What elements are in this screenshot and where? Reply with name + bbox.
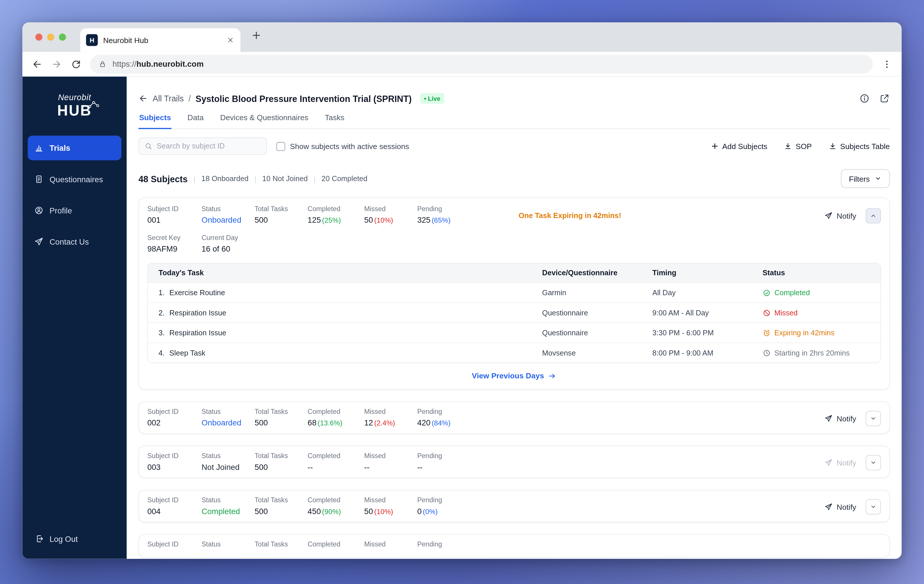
expand-card-button[interactable] bbox=[866, 411, 881, 426]
completed-field: Completed-- bbox=[307, 452, 364, 471]
missed-field: Missed50(10%) bbox=[364, 205, 417, 224]
task-name: Exercise Routine bbox=[170, 289, 225, 297]
browser-titlebar: H Neurobit Hub bbox=[23, 23, 902, 52]
active-sessions-checkbox[interactable] bbox=[276, 142, 285, 151]
sop-download-button[interactable]: SOP bbox=[784, 142, 812, 151]
forward-icon[interactable] bbox=[51, 59, 62, 69]
send-icon bbox=[824, 414, 833, 423]
subject-card-004: Subject ID004 StatusCompleted Total Task… bbox=[139, 490, 890, 522]
zoom-window-button[interactable] bbox=[59, 33, 66, 40]
task-status-starting: Starting in 2hrs 20mins bbox=[762, 349, 880, 357]
expand-card-button[interactable] bbox=[866, 455, 881, 470]
collapse-card-button[interactable] bbox=[866, 208, 881, 223]
ban-circle-icon bbox=[762, 308, 771, 317]
total-tasks-field: Total Tasks bbox=[255, 540, 308, 551]
sidebar-item-label: Trials bbox=[50, 144, 70, 152]
send-icon bbox=[824, 503, 833, 511]
back-icon[interactable] bbox=[32, 59, 43, 69]
sidebar-nav: Trials Questionnaires Profile Conta bbox=[23, 136, 127, 254]
pending-field: Pending325(65%) bbox=[417, 205, 494, 224]
completed-field: Completed125(25%) bbox=[307, 205, 364, 224]
url-bar[interactable]: https://hub.neurobit.com bbox=[90, 54, 873, 73]
notify-button[interactable]: Notify bbox=[824, 503, 856, 511]
pending-field: Pending0(0%) bbox=[417, 496, 494, 516]
sop-label: SOP bbox=[796, 142, 812, 151]
notify-button-disabled: Notify bbox=[824, 459, 856, 467]
window-controls bbox=[35, 33, 66, 40]
breadcrumb-root[interactable]: All Trails bbox=[153, 94, 184, 103]
task-device: Garmin bbox=[542, 289, 653, 297]
browser-addressbar: https://hub.neurobit.com bbox=[23, 52, 902, 77]
separator: | bbox=[314, 174, 315, 183]
total-tasks-field: Total Tasks500 bbox=[255, 205, 308, 224]
sidebar-item-contact-us[interactable]: Contact Us bbox=[28, 229, 121, 254]
subject-card-partial: Subject ID Status Total Tasks Completed … bbox=[139, 534, 890, 558]
subjects-table-download-button[interactable]: Subjects Table bbox=[828, 142, 890, 151]
status-field: StatusOnboarded bbox=[201, 408, 255, 427]
expand-card-button[interactable] bbox=[866, 499, 881, 515]
todays-task-table: Today's Task Device/Questionnaire Timing… bbox=[147, 263, 881, 363]
trial-tabs: Subjects Data Devices & Questionnaires T… bbox=[139, 113, 890, 129]
sidebar: Neurobit HUB Trials Questionnaires bbox=[23, 76, 127, 559]
tab-subjects[interactable]: Subjects bbox=[139, 113, 172, 129]
add-subjects-label: Add Subjects bbox=[722, 142, 767, 151]
sidebar-item-profile[interactable]: Profile bbox=[28, 198, 121, 223]
trials-chart-icon bbox=[34, 143, 44, 153]
logout-icon bbox=[35, 534, 44, 544]
tab-devices-questionnaires[interactable]: Devices & Questionnaires bbox=[220, 113, 309, 129]
task-device: Questionnaire bbox=[542, 329, 653, 337]
plus-icon bbox=[710, 142, 719, 150]
tab-title: Neurobit Hub bbox=[103, 36, 221, 45]
col-timing: Timing bbox=[652, 269, 762, 277]
notify-button[interactable]: Notify bbox=[824, 414, 856, 423]
tab-tasks[interactable]: Tasks bbox=[324, 113, 345, 129]
sidebar-item-questionnaires[interactable]: Questionnaires bbox=[28, 167, 121, 192]
document-icon bbox=[34, 175, 44, 184]
task-name: Respiration Issue bbox=[170, 308, 226, 317]
active-sessions-filter: Show subjects with active sessions bbox=[276, 142, 409, 151]
notify-button[interactable]: Notify bbox=[824, 211, 856, 220]
logout-button[interactable]: Log Out bbox=[35, 534, 127, 544]
paper-plane-icon bbox=[34, 237, 44, 247]
info-icon[interactable] bbox=[859, 93, 870, 104]
task-number: 4. bbox=[158, 349, 165, 357]
subjects-toolbar: Show subjects with active sessions Add S… bbox=[139, 137, 890, 155]
completed-field: Completed450(90%) bbox=[307, 496, 364, 516]
filters-button[interactable]: Filters bbox=[841, 169, 889, 188]
notify-label: Notify bbox=[837, 459, 856, 467]
subject-id-field: Subject ID003 bbox=[147, 452, 201, 471]
search-input[interactable] bbox=[157, 142, 261, 150]
browser-menu-icon[interactable] bbox=[881, 59, 892, 69]
total-tasks-field: Total Tasks500 bbox=[255, 452, 308, 471]
status-field: StatusOnboarded bbox=[201, 205, 255, 224]
chevron-down-icon bbox=[874, 175, 881, 182]
download-icon bbox=[784, 142, 792, 150]
check-circle-icon bbox=[762, 289, 771, 297]
back-arrow-icon[interactable] bbox=[139, 94, 148, 103]
external-link-icon[interactable] bbox=[879, 93, 890, 104]
favicon: H bbox=[86, 34, 98, 46]
view-previous-days-link[interactable]: View Previous Days bbox=[139, 363, 889, 389]
subject-card-002: Subject ID002 StatusOnboarded Total Task… bbox=[139, 401, 890, 434]
col-todays-task: Today's Task bbox=[148, 269, 542, 277]
user-icon bbox=[34, 206, 44, 216]
subject-card-001: Subject ID001 StatusOnboarded Total Task… bbox=[139, 198, 890, 389]
minimize-window-button[interactable] bbox=[47, 33, 54, 40]
tab-data[interactable]: Data bbox=[187, 113, 204, 129]
page-title: Systolic Blood Pressure Intervention Tri… bbox=[195, 93, 411, 103]
new-tab-button[interactable] bbox=[251, 30, 262, 41]
missed-field: Missed12(2.4%) bbox=[364, 408, 417, 427]
tab-close-icon[interactable] bbox=[226, 36, 235, 44]
active-sessions-label: Show subjects with active sessions bbox=[290, 142, 409, 151]
missed-field: Missed bbox=[364, 540, 417, 551]
pending-field: Pending-- bbox=[417, 452, 494, 471]
add-subjects-button[interactable]: Add Subjects bbox=[710, 142, 767, 151]
reload-icon[interactable] bbox=[71, 59, 81, 69]
subjects-summary: 48 Subjects | 18 Onboarded | 10 Not Join… bbox=[139, 169, 890, 188]
total-tasks-field: Total Tasks500 bbox=[255, 408, 308, 427]
browser-tab[interactable]: H Neurobit Hub bbox=[80, 28, 241, 52]
sidebar-item-trials[interactable]: Trials bbox=[28, 136, 121, 161]
logo-script-text: Neurobit bbox=[58, 92, 91, 102]
close-window-button[interactable] bbox=[35, 33, 42, 40]
status-field: Status bbox=[201, 540, 255, 551]
